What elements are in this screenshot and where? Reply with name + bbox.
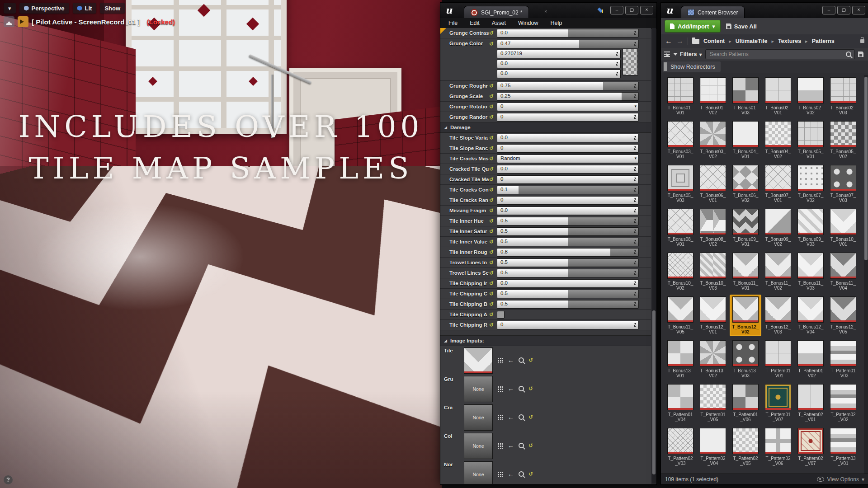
maximize-button[interactable]: ▢ (837, 6, 850, 14)
reset-to-default-button[interactable]: ↺ (489, 207, 497, 214)
reset-to-default-button[interactable]: ↺ (489, 280, 497, 286)
asset-picker-grid-icon[interactable] (497, 442, 503, 449)
use-selected-asset-icon[interactable]: ← (508, 413, 514, 421)
asset-item-t-bonus12-v05[interactable]: T_Bonus12_V05 (828, 296, 858, 335)
reset-to-default-button[interactable]: ↺ (528, 471, 536, 477)
param-slider[interactable]: 0 (497, 113, 639, 122)
reset-to-default-button[interactable]: ↺ (489, 259, 497, 266)
asset-item-t-bonus10-v01[interactable]: T_Bonus10_V01 (828, 208, 858, 248)
search-input[interactable] (709, 51, 844, 58)
param-slider[interactable]: 0.0 (497, 134, 639, 142)
reset-to-default-button[interactable]: ↺ (489, 301, 497, 307)
reset-to-default-button[interactable]: ↺ (489, 41, 497, 47)
viewport-options-button[interactable]: ▾ (4, 3, 16, 14)
asset-item-t-bonus12-v04[interactable]: T_Bonus12_V04 (796, 296, 826, 335)
spin-handle-icon[interactable] (633, 229, 637, 234)
param-checkbox[interactable] (497, 311, 505, 319)
asset-item-t-bonus04-v02[interactable]: T_Bonus04_V02 (763, 120, 793, 160)
color-component-3[interactable]: 0.0 (497, 70, 621, 78)
minimize-button[interactable]: – (610, 6, 623, 14)
asset-item-t-pattern02-v04[interactable]: T_Pattern02_V04 (698, 427, 728, 467)
spin-handle-icon[interactable] (633, 114, 637, 120)
asset-item-t-bonus03-v01[interactable]: T_Bonus03_V01 (665, 120, 695, 160)
reset-to-default-button[interactable]: ↺ (528, 357, 536, 363)
asset-item-t-pattern02-v02[interactable]: T_Pattern02_V02 (828, 383, 858, 423)
editor-scrollbar[interactable] (652, 28, 656, 483)
asset-item-t-bonus01-v03[interactable]: T_Bonus01_V03 (731, 76, 760, 116)
asset-item-t-bonus13-v01[interactable]: T_Bonus13_V01 (665, 339, 695, 379)
spin-handle-icon[interactable] (615, 51, 619, 56)
spin-handle-icon[interactable] (633, 41, 637, 47)
asset-item-t-pattern01-v01[interactable]: T_Pattern01_V01 (763, 339, 793, 379)
reset-to-default-button[interactable]: ↺ (528, 385, 536, 392)
find-in-content-browser-icon[interactable] (519, 357, 524, 363)
param-slider[interactable]: 0.1 (497, 186, 639, 194)
reset-to-default-button[interactable]: ↺ (489, 311, 497, 318)
asset-item-t-pattern01-v06[interactable]: T_Pattern01_V06 (731, 383, 760, 423)
spin-handle-icon[interactable] (633, 83, 637, 89)
color-alpha-swatch[interactable] (623, 49, 638, 75)
spin-handle-icon[interactable] (633, 239, 637, 244)
content-browser-titlebar[interactable]: u Content Browser – ▢ × (661, 3, 868, 18)
back-button[interactable]: ← (665, 38, 672, 45)
asset-item-t-bonus02-v03[interactable]: T_Bonus02_V03 (828, 76, 858, 116)
grid-scrollbar[interactable] (864, 75, 868, 474)
asset-item-t-pattern02-v07[interactable]: T_Pattern02_V07 (796, 427, 826, 467)
asset-item-t-bonus11-v02[interactable]: T_Bonus11_V02 (763, 252, 793, 291)
show-redirectors-filter[interactable]: Show Redirectors (663, 61, 721, 72)
reset-to-default-button[interactable]: ↺ (489, 30, 497, 36)
asset-item-t-pattern02-v06[interactable]: T_Pattern02_V06 (763, 427, 793, 467)
spin-handle-icon[interactable] (633, 260, 637, 265)
asset-picker-grid-icon[interactable] (497, 385, 503, 392)
asset-item-t-bonus07-v03[interactable]: T_Bonus07_V03 (828, 164, 858, 204)
param-slider[interactable]: 0 (497, 175, 639, 184)
view-options-button[interactable]: View Options ▾ (817, 476, 864, 483)
save-search-icon[interactable] (858, 52, 863, 57)
asset-item-t-bonus06-v01[interactable]: T_Bonus06_V01 (698, 164, 728, 204)
reset-to-default-button[interactable]: ↺ (489, 155, 497, 162)
spin-handle-icon[interactable] (633, 30, 637, 36)
use-selected-asset-icon[interactable]: ← (508, 470, 514, 478)
asset-item-t-bonus11-v05[interactable]: T_Bonus11_V05 (665, 296, 695, 335)
asset-picker-grid-icon[interactable] (497, 471, 503, 477)
spin-handle-icon[interactable] (633, 177, 637, 182)
add-import-button[interactable]: Add/Import ▾ (665, 20, 721, 33)
spin-handle-icon[interactable] (633, 94, 637, 99)
reset-to-default-button[interactable]: ↺ (489, 114, 497, 120)
texture-thumbnail[interactable]: None (464, 433, 493, 459)
spin-handle-icon[interactable] (633, 197, 637, 203)
scrollbar-thumb[interactable] (652, 310, 656, 474)
asset-item-t-bonus09-v03[interactable]: T_Bonus09_V03 (796, 208, 826, 248)
param-slider[interactable]: 0.5 (497, 227, 639, 236)
asset-picker-grid-icon[interactable] (497, 357, 503, 363)
asset-item-t-bonus08-v01[interactable]: T_Bonus08_V01 (665, 208, 695, 248)
asset-item-t-bonus10-v03[interactable]: T_Bonus10_V03 (698, 252, 728, 291)
reset-to-default-button[interactable]: ↺ (528, 414, 536, 420)
asset-item-t-bonus13-v02[interactable]: T_Bonus13_V02 (698, 339, 728, 379)
asset-item-t-bonus11-v03[interactable]: T_Bonus11_V03 (796, 252, 826, 291)
menu-window[interactable]: Window (518, 20, 538, 26)
scrollbar-thumb[interactable] (864, 77, 868, 260)
reset-to-default-button[interactable]: ↺ (528, 442, 536, 449)
param-slider[interactable]: 0.5 (497, 300, 639, 309)
param-slider[interactable]: 0.5 (497, 290, 639, 298)
save-all-button[interactable]: Save All (726, 23, 757, 30)
reset-to-default-button[interactable]: ↺ (489, 135, 497, 141)
reset-to-default-button[interactable]: ↺ (489, 228, 497, 235)
param-slider[interactable]: 0.0 (497, 206, 639, 215)
use-selected-asset-icon[interactable]: ← (508, 442, 514, 449)
texture-thumbnail[interactable]: None (464, 404, 493, 431)
spin-handle-icon[interactable] (633, 249, 637, 255)
asset-item-t-pattern01-v05[interactable]: T_Pattern01_V05 (698, 383, 728, 423)
breadcrumb-ultimatetile[interactable]: UltimateTile (736, 38, 768, 44)
param-slider[interactable]: 0.8 (497, 248, 639, 257)
param-slider[interactable]: 0.5 (497, 269, 639, 277)
color-component-0[interactable]: 0.47 (497, 40, 639, 48)
reset-to-default-button[interactable]: ↺ (489, 197, 497, 203)
param-dropdown[interactable]: 0▾ (497, 103, 639, 111)
pilot-camera-button[interactable] (18, 16, 28, 27)
lock-icon[interactable] (860, 39, 864, 43)
menu-help[interactable]: Help (550, 20, 562, 26)
lit-mode-button[interactable]: Lit (73, 3, 97, 14)
reset-to-default-button[interactable]: ↺ (489, 322, 497, 328)
